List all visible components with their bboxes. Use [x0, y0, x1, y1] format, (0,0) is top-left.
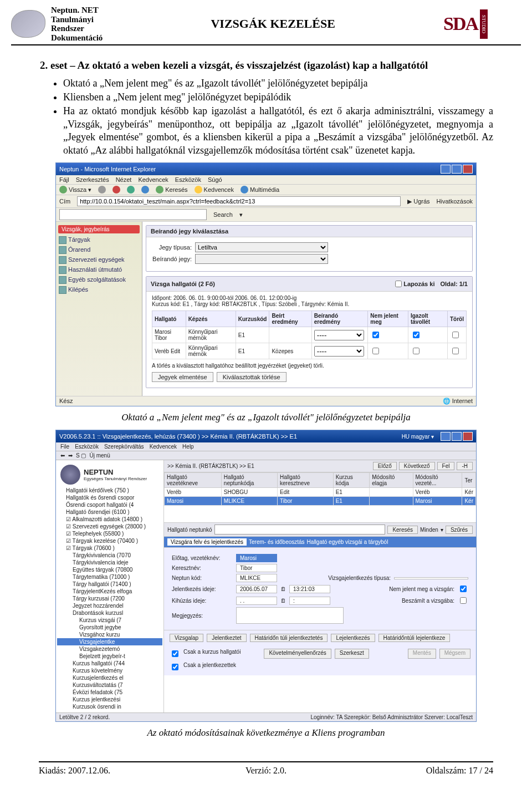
delete-checkbox[interactable] — [452, 332, 459, 338]
close-nav-button[interactable]: -H — [457, 462, 473, 470]
col-kurzuskod[interactable]: Kurzuskód — [236, 311, 269, 327]
sidebar-item-orarend[interactable]: Órarend — [56, 245, 142, 254]
go-button[interactable]: ▶ Ugrás — [407, 198, 429, 205]
menu-favorites[interactable]: Kedvencek — [138, 176, 168, 183]
late-register-button[interactable]: Határidőn túli jelentkeztetés — [250, 634, 328, 642]
col-it[interactable]: Igazolt távollét — [408, 311, 447, 327]
tree-item[interactable]: ☑ Tárgyak (70600 ) — [57, 544, 162, 552]
maximize-button[interactable] — [452, 165, 462, 174]
tree-item[interactable]: Évközi feladatok (75 — [57, 689, 162, 696]
media-button[interactable]: Multimédia — [241, 186, 279, 194]
sidebar-item-kilepes[interactable]: Kilépés — [56, 284, 142, 294]
table-row[interactable]: Veréb Edit Könnyűipari mérnök E1 Közepes… — [152, 343, 467, 359]
grid-row[interactable]: VerébSHOBGUEditE1VerébKér — [165, 488, 476, 497]
tree-item[interactable]: Tárgykivivalencia ideje — [57, 559, 162, 566]
links-label[interactable]: Hivatkozások — [437, 198, 473, 205]
tree-item[interactable]: Jegyzet hozzárendel — [57, 602, 162, 609]
cancel-button[interactable]: Mégsem — [439, 649, 470, 659]
register-button[interactable]: Jelentkeztet — [207, 634, 246, 642]
tree-item[interactable]: Tárgytematika (71000 ) — [57, 573, 162, 581]
menu-view[interactable]: Nézet — [116, 176, 132, 183]
tree-item[interactable]: Kurzus hallgatói (744 — [57, 660, 162, 667]
sidebar-item-szervezeti[interactable]: Szervezeti egységek — [56, 254, 142, 264]
tab-active[interactable]: Vizsgára felv és lejelentkezés — [167, 538, 247, 546]
maximize-button[interactable] — [452, 432, 462, 441]
tree-item[interactable]: Kurzus vizsgái (7 — [57, 617, 162, 624]
nav-back-icon[interactable]: ⬅ — [60, 452, 65, 459]
refresh-button[interactable] — [127, 186, 135, 194]
grade-select[interactable]: ---- — [314, 346, 364, 357]
firstname-field[interactable]: Tibor — [236, 564, 277, 572]
grade-value-select[interactable] — [195, 254, 328, 264]
it-checkbox[interactable] — [413, 348, 420, 354]
paging-checkbox[interactable] — [395, 281, 402, 287]
tree-item[interactable]: Vizsgajelentke — [57, 638, 162, 645]
only-course-checkbox[interactable] — [172, 650, 178, 657]
refresh-button[interactable]: Következő — [399, 462, 435, 470]
tree-item[interactable]: Drabontások kurzusl — [57, 609, 162, 617]
filter-button[interactable]: Szűrés — [446, 526, 473, 534]
counts-checkbox[interactable] — [460, 597, 467, 604]
menu-help[interactable]: Help — [182, 444, 194, 450]
tree-item[interactable]: Tárgy kurzusai (7200 — [57, 595, 162, 602]
tab[interactable]: Hallgató egyéb vizsgái a tárgyból — [307, 539, 388, 545]
grade-type-select[interactable]: Letiltva — [195, 242, 328, 252]
comment-field[interactable] — [236, 607, 344, 624]
close-button[interactable] — [463, 432, 473, 441]
unregister-button[interactable]: Lejelentkezés — [331, 634, 375, 642]
reqcheck-button[interactable]: Követelményellenőrzés — [264, 649, 331, 659]
tree-item[interactable]: Kurzusváltoztatás (7 — [57, 681, 162, 689]
save-grades-button[interactable]: Jegyek elmentése — [152, 372, 213, 382]
tree-item[interactable]: Kurzusok ösrendi in — [57, 703, 162, 710]
njm-checkbox[interactable] — [372, 332, 379, 338]
home-button[interactable] — [141, 186, 149, 194]
menu-edit[interactable]: Szerkesztés — [76, 176, 109, 183]
njm-checkbox[interactable] — [372, 348, 379, 354]
menu-tools[interactable]: Eszközök — [175, 176, 201, 183]
tree-item[interactable]: Hallgató ősrendjei (6100 ) — [57, 508, 162, 516]
menu-file[interactable]: Fájl — [59, 176, 69, 183]
tree-item[interactable]: Tárgykivivalencia (7070 — [57, 552, 162, 559]
search-scope[interactable]: Minden — [420, 527, 438, 533]
tree-item[interactable]: Tárgy hallgatói (71400 ) — [57, 581, 162, 588]
signup-date-field[interactable]: 2006.05.07 — [236, 585, 277, 593]
menu-fav[interactable]: Kedvencek — [150, 444, 177, 450]
minimize-button[interactable] — [441, 165, 451, 174]
search-go-button[interactable]: Search — [213, 211, 233, 218]
lastname-field[interactable]: Marosi — [236, 554, 277, 562]
tree-item[interactable]: Vizsgához kurzu — [57, 631, 162, 638]
nav-fwd-icon[interactable]: ➡ — [68, 452, 73, 459]
tree-item[interactable]: ☑ Telephelyek (55800 ) — [57, 530, 162, 537]
new-menu-button[interactable]: Új menü — [89, 452, 110, 459]
stop-button[interactable] — [112, 186, 120, 194]
sidebar-active-tab[interactable]: Vizsgák, jegybeírás — [58, 225, 140, 233]
menu-help[interactable]: Súgó — [208, 176, 222, 183]
tab[interactable]: Terem- és időbeosztás — [249, 539, 305, 545]
tree-item[interactable]: Bejelzett jegybeír-t — [57, 653, 162, 660]
menu-role[interactable]: Szerepkörváltás — [104, 444, 144, 450]
minimize-button[interactable] — [441, 432, 451, 441]
withdraw-time-field[interactable]: : — [289, 597, 330, 605]
tree-item[interactable]: Kurzus jelentkezési — [57, 696, 162, 703]
search-button[interactable]: Keresés — [156, 186, 187, 194]
back-button[interactable]: Vissza ▾ — [59, 186, 91, 194]
tree-item[interactable]: Hallgatói kérdőívek (750 ) — [57, 487, 162, 494]
it-checkbox[interactable] — [413, 332, 420, 338]
tree-item[interactable]: Kurzusjelentkezés el — [57, 674, 162, 681]
col-beirt[interactable]: Beírt eredmény — [269, 311, 311, 327]
col-njm[interactable]: Nem jelent meg — [368, 311, 408, 327]
table-row[interactable]: Marosi Tibor Könnyűipari mérnök E1 ---- — [152, 327, 467, 343]
grade-select[interactable]: ---- — [314, 330, 364, 340]
sidebar-item-targyak[interactable]: Tárgyak — [56, 235, 142, 245]
tree-item[interactable]: ☑ Tárgyak kezelése (70400 ) — [57, 537, 162, 544]
exam-type-select[interactable] — [394, 577, 468, 579]
up-button[interactable]: Fel — [437, 462, 455, 470]
no-show-checkbox[interactable] — [460, 586, 467, 592]
sidebar-item-egyeb[interactable]: Egyéb szolgáltatások — [56, 274, 142, 284]
prev-button[interactable]: Előző — [373, 462, 397, 470]
tree-item[interactable]: Kurzus követelmény — [57, 667, 162, 674]
tree-item[interactable]: Hallgatók és ősrendi csopor — [57, 494, 162, 501]
col-torol[interactable]: Töröl — [447, 311, 466, 327]
col-kepzes[interactable]: Képzés — [186, 311, 236, 327]
menu-tools[interactable]: Eszközök — [75, 444, 99, 450]
